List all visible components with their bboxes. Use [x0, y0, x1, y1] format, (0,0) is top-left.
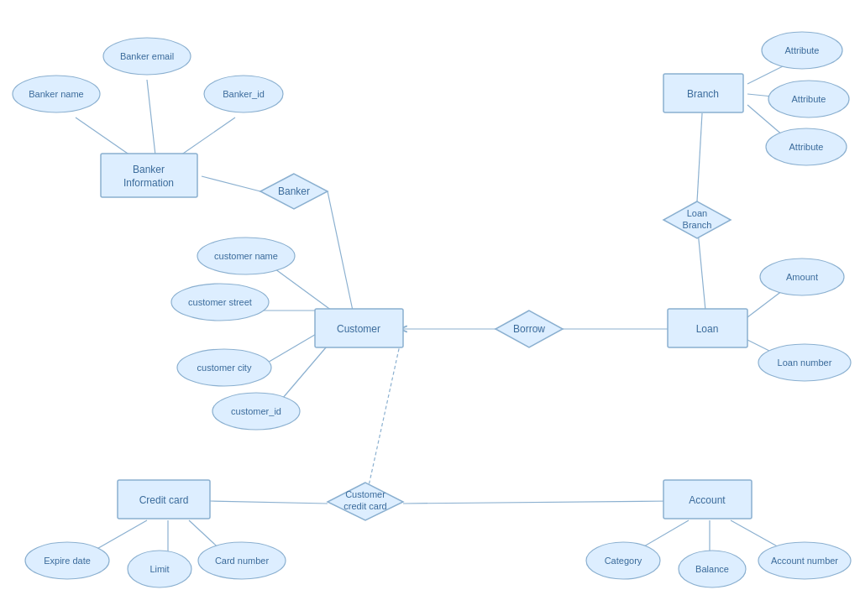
customer-city-attr: customer city	[197, 363, 252, 373]
svg-line-21	[403, 501, 672, 504]
er-diagram: Banker Information Customer Loan Branch …	[0, 0, 860, 616]
svg-line-6	[269, 264, 332, 311]
customer-cc-relationship: Customer	[345, 489, 385, 499]
svg-text:Information: Information	[123, 177, 174, 189]
svg-text:Branch: Branch	[683, 220, 712, 230]
amount-attr: Amount	[786, 272, 818, 282]
svg-line-20	[210, 501, 328, 504]
limit-attr: Limit	[149, 564, 169, 574]
svg-line-1	[147, 80, 155, 155]
customer-name-attr: customer name	[214, 251, 278, 261]
customer-id-attr: customer_id	[231, 406, 281, 416]
loan-entity: Loan	[696, 323, 719, 335]
expire-date-attr: Expire date	[44, 556, 91, 566]
svg-text:credit card: credit card	[343, 501, 386, 511]
category-attr: Category	[605, 556, 642, 566]
borrow-relationship: Borrow	[513, 323, 545, 335]
svg-line-3	[181, 117, 235, 155]
banker-relationship: Banker	[278, 185, 310, 197]
branch-attr2: Attribute	[792, 94, 826, 104]
svg-line-5	[328, 191, 353, 311]
balance-attr: Balance	[695, 564, 729, 574]
customer-entity: Customer	[337, 323, 380, 335]
branch-attr3: Attribute	[789, 142, 824, 152]
svg-rect-28	[101, 154, 197, 197]
card-number-attr: Card number	[215, 556, 270, 566]
account-number-attr: Account number	[771, 556, 838, 566]
credit-card-entity: Credit card	[139, 494, 189, 506]
banker-info-entity: Banker	[133, 164, 165, 175]
svg-line-19	[365, 330, 403, 501]
svg-line-18	[697, 113, 702, 201]
banker-id-attr: Banker_id	[223, 89, 265, 99]
branch-entity: Branch	[687, 88, 719, 100]
account-entity: Account	[689, 494, 726, 506]
svg-line-4	[202, 176, 260, 191]
banker-name-attr: Banker name	[29, 89, 83, 99]
loan-number-attr: Loan number	[778, 358, 832, 368]
branch-attr1: Attribute	[785, 45, 820, 55]
banker-email-attr: Banker email	[120, 51, 174, 61]
customer-street-attr: customer street	[188, 297, 252, 307]
loan-branch-relationship: Loan	[687, 208, 707, 218]
svg-line-2	[76, 117, 130, 155]
